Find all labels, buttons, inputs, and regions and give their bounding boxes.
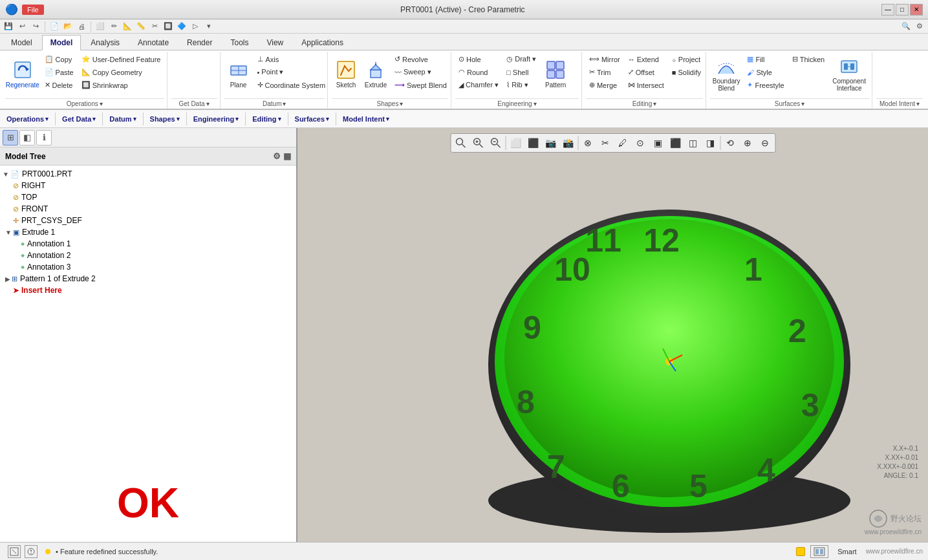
qa-btn1[interactable]: ⬜ <box>94 21 106 32</box>
style-button[interactable]: 🖌 Style <box>744 66 787 78</box>
get-data-group-footer[interactable]: Get Data ▾ <box>171 98 217 109</box>
qa-help[interactable]: 🔍 <box>900 21 912 32</box>
vp-shaded[interactable]: ⬛ <box>524 135 541 151</box>
tree-item-top[interactable]: ⊘ TOP <box>0 191 296 203</box>
vp-zoom-out[interactable] <box>487 135 504 151</box>
cmd-shapes[interactable]: Shapes ▾ <box>146 114 184 124</box>
expand-extrude1[interactable]: ▼ <box>5 229 12 236</box>
vp-circle[interactable]: ⊙ <box>632 135 649 151</box>
tree-item-right[interactable]: ⊘ RIGHT <box>0 180 296 191</box>
paste-button[interactable]: 📄 Paste <box>41 66 77 78</box>
qa-save[interactable]: 💾 <box>3 21 14 32</box>
qa-settings[interactable]: ⚙ <box>914 21 925 32</box>
model-intent-group-footer[interactable]: Model Intent ▾ <box>876 98 923 109</box>
vp-split2[interactable]: ◨ <box>702 135 718 151</box>
qa-btn3[interactable]: 📐 <box>122 21 133 32</box>
component-interface-button[interactable]: Component Interface <box>829 53 869 94</box>
mirror-button[interactable]: ⟺ Mirror <box>586 53 623 65</box>
tab-model[interactable]: Model <box>42 35 81 50</box>
tree-item-pattern1[interactable]: ▶ ⊞ Pattern 1 of Extrude 2 <box>0 273 296 285</box>
vp-rect[interactable]: ▣ <box>649 135 666 151</box>
qa-undo[interactable]: ↩ <box>16 21 28 32</box>
tree-item-annotation1[interactable]: ⌖ Annotation 1 <box>0 238 296 250</box>
info-view-btn[interactable]: ℹ <box>36 130 52 145</box>
cmd-engineering[interactable]: Engineering ▾ <box>189 114 243 124</box>
engineering-group-footer[interactable]: Engineering ▾ <box>455 98 579 109</box>
pattern-button[interactable]: Pattern <box>541 53 570 94</box>
plane-button[interactable]: Plane <box>224 53 253 94</box>
hole-button[interactable]: ⊙ Hole <box>455 53 502 65</box>
fill-button[interactable]: ▦ Fill <box>744 53 787 65</box>
tab-annotate[interactable]: Annotate <box>129 35 177 50</box>
qa-btn7[interactable]: 🔷 <box>176 21 188 32</box>
project-button[interactable]: ⬦ Project <box>669 53 704 65</box>
qa-open[interactable]: 📂 <box>62 21 74 32</box>
surfaces-group-footer[interactable]: Surfaces ▾ <box>710 98 869 109</box>
cmd-model-intent[interactable]: Model Intent ▾ <box>339 114 393 124</box>
qa-btn8[interactable]: ▷ <box>189 21 201 32</box>
round-button[interactable]: ◠ Round <box>455 66 502 78</box>
vp-zoom-in[interactable] <box>469 135 486 151</box>
expand-prt0001[interactable]: ▼ <box>3 171 9 178</box>
editing-group-footer[interactable]: Editing ▾ <box>586 98 703 109</box>
thicken-button[interactable]: ⊟ Thicken <box>789 53 828 65</box>
tab-render[interactable]: Render <box>178 35 221 50</box>
copy-geometry-button[interactable]: 📐 Copy Geometry <box>78 66 164 78</box>
vp-wireframe[interactable]: ⬜ <box>507 135 524 151</box>
cmd-get-data[interactable]: Get Data ▾ <box>58 114 100 124</box>
vp-add[interactable]: ⊕ <box>739 135 756 151</box>
qa-btn4[interactable]: 📏 <box>135 21 147 32</box>
rib-button[interactable]: ⌇ Rib ▾ <box>503 79 539 91</box>
vp-snapshot[interactable]: 📸 <box>559 135 576 151</box>
vp-remove[interactable]: ⊖ <box>757 135 773 151</box>
shapes-group-footer[interactable]: Shapes ▾ <box>332 98 448 109</box>
sweep-button[interactable]: 〰 Sweep ▾ <box>391 66 450 78</box>
point-button[interactable]: • Point ▾ <box>254 66 329 78</box>
offset-button[interactable]: ⤢ Offset <box>625 66 667 78</box>
file-menu-btn[interactable]: File <box>22 5 44 15</box>
cmd-datum[interactable]: Datum ▾ <box>105 114 140 124</box>
sketch-button[interactable]: Sketch <box>332 53 360 94</box>
status-panel-btn[interactable] <box>810 545 828 558</box>
expand-pattern1[interactable]: ▶ <box>5 275 10 283</box>
tab-analysis[interactable]: Analysis <box>82 35 128 50</box>
swept-blend-button[interactable]: ⟿ Swept Blend <box>391 79 450 91</box>
cmd-operations[interactable]: Operations ▾ <box>3 114 52 124</box>
vp-zoom-fit[interactable] <box>452 135 469 151</box>
tab-applications[interactable]: Applications <box>293 35 352 50</box>
shrinkwrap-button[interactable]: 🔲 Shrinkwrap <box>78 79 164 91</box>
extrude-button[interactable]: Extrude <box>361 53 390 94</box>
tab-view[interactable]: View <box>258 35 292 50</box>
qa-print[interactable]: 🖨 <box>76 21 87 32</box>
cmd-surfaces[interactable]: Surfaces ▾ <box>291 114 333 124</box>
freestyle-button[interactable]: ✦ Freestyle <box>744 79 787 91</box>
tree-item-annotation3[interactable]: ⌖ Annotation 3 <box>0 261 296 273</box>
operations-group-footer[interactable]: Operations ▾ <box>5 98 164 109</box>
qa-btn6[interactable]: 🔲 <box>162 21 174 32</box>
qa-dropdown[interactable]: ▾ <box>203 21 215 32</box>
cmd-editing[interactable]: Editing ▾ <box>248 114 285 124</box>
draft-button[interactable]: ◷ Draft ▾ <box>503 53 539 65</box>
qa-redo[interactable]: ↪ <box>30 21 41 32</box>
qa-btn2[interactable]: ✏ <box>108 21 120 32</box>
regenerate-button[interactable]: Regenerate <box>5 53 40 94</box>
qa-new[interactable]: 📄 <box>49 21 60 32</box>
intersect-button[interactable]: ⋈ Intersect <box>625 79 667 91</box>
tree-item-prt0001[interactable]: ▼ 📄 PRT0001.PRT <box>0 168 296 180</box>
tree-item-csys[interactable]: ✛ PRT_CSYS_DEF <box>0 215 296 226</box>
solidify-button[interactable]: ■ Solidify <box>669 66 704 78</box>
coordinate-system-button[interactable]: ✛ Coordinate System <box>254 79 329 91</box>
tab-analysis[interactable]: Model <box>3 35 41 50</box>
delete-button[interactable]: ✕ Delete <box>41 79 77 91</box>
revolve-button[interactable]: ↺ Revolve <box>391 53 450 65</box>
vp-cut[interactable]: ✂ <box>597 135 614 151</box>
tree-item-front[interactable]: ⊘ FRONT <box>0 203 296 215</box>
status-icon1[interactable] <box>8 545 21 558</box>
window-close-btn[interactable]: ✕ <box>910 4 923 16</box>
vp-camera[interactable]: 📷 <box>542 135 559 151</box>
tree-filter-btn[interactable]: ▦ <box>283 151 291 161</box>
boundary-blend-button[interactable]: Boundary Blend <box>710 53 742 94</box>
user-defined-button[interactable]: ⭐ User-Defined Feature <box>78 53 164 65</box>
vp-rotate[interactable]: ⟲ <box>722 135 739 151</box>
datum-group-footer[interactable]: Datum ▾ <box>224 98 325 109</box>
